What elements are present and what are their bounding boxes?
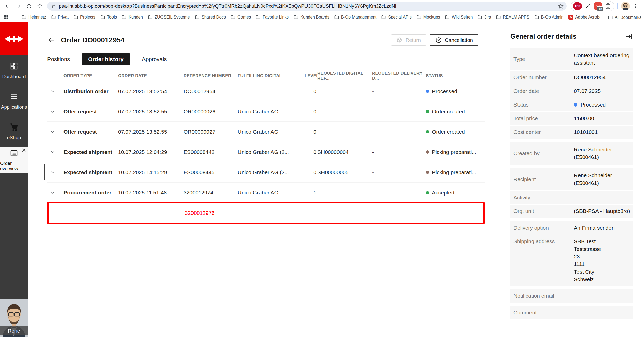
home-icon[interactable] [35, 1, 45, 11]
bookmark-acrobat[interactable]: AAdobe Acrobat [568, 15, 603, 20]
cell-order-date: 10.07.2025 14:15:29 [118, 169, 184, 175]
tab-approvals[interactable]: Approvals [142, 53, 167, 65]
bookmark-label: B-Op Management [341, 15, 376, 20]
apps-grid-icon[interactable] [4, 15, 9, 20]
bookmark-folder[interactable]: Tools [100, 15, 117, 20]
sidebar-item-dashboard[interactable]: Dashboard [0, 55, 28, 86]
profile-avatar[interactable] [621, 2, 630, 10]
collapse-panel-icon[interactable] [625, 33, 633, 40]
bookmark-folder[interactable]: ZUGSEIL Systeme [148, 15, 190, 20]
bookmark-folder[interactable]: Projects [73, 15, 95, 20]
chevron-down-icon[interactable] [47, 88, 63, 94]
sidebar-item-eshop[interactable]: eShop [0, 116, 28, 147]
status-dot [426, 110, 429, 113]
cell-order-date: 07.07.2025 13:52:55 [118, 129, 184, 135]
bookmark-label: Mockups [423, 15, 440, 20]
bookmark-label: Kunden Boards [300, 15, 329, 20]
table-row[interactable]: Distribution order 07.07.2025 13:52:54 D… [47, 81, 485, 101]
close-icon[interactable] [21, 148, 26, 153]
adblock-icon[interactable]: ABP [573, 2, 582, 10]
back-icon[interactable] [3, 1, 13, 11]
column-header: LEVEL [305, 73, 317, 78]
table-row[interactable]: Offer request 07.07.2025 13:52:55 OR0000… [47, 122, 485, 142]
cell-requested-delivery: - [372, 88, 426, 94]
bookmark-folder[interactable]: Mockups [416, 15, 440, 20]
cell-reference-number: OR00000026 [184, 109, 238, 115]
table-row[interactable]: Expected shipment 10.07.2025 12:04:29 ES… [47, 142, 485, 162]
detail-label: Order number [513, 74, 574, 81]
column-header: REQUESTED DIGITAL REF... [317, 71, 372, 81]
bookmark-folder[interactable]: Special APIs [381, 15, 412, 20]
table-row[interactable]: Offer request 07.07.2025 13:52:55 OR0000… [47, 101, 485, 122]
bookmark-folder[interactable]: Wiki Seiten [445, 15, 473, 20]
chevron-down-icon[interactable] [47, 109, 63, 114]
sidebar-item-applications[interactable]: Applications [0, 86, 28, 116]
status-dot [426, 150, 429, 154]
bookmark-label: Privat [58, 15, 69, 20]
folder-icon [381, 15, 386, 20]
detail-label: Notification email [513, 292, 574, 300]
cell-fulfilling-digital: Unico Graber AG [238, 190, 305, 196]
bookmark-folder[interactable]: Heimnetz [22, 15, 46, 20]
sbb-logo[interactable] [0, 22, 28, 55]
chevron-down-icon[interactable] [47, 149, 63, 155]
bookmark-star-icon[interactable] [558, 3, 564, 9]
cell-order-type: Distribution order [63, 88, 118, 94]
bookmark-folder[interactable]: Privat [51, 15, 69, 20]
extension-badge-icon[interactable]: ••• 15 [594, 2, 602, 10]
sidebar-item-order-overview[interactable]: Order overview [0, 147, 28, 173]
extensions-group: ABP ••• 15 [571, 1, 614, 11]
forward-icon[interactable] [13, 1, 23, 11]
tab-order-history[interactable]: Order history [82, 53, 130, 65]
refresh-icon[interactable] [24, 1, 34, 11]
tab-positions[interactable]: Positions [47, 53, 70, 65]
return-label: Return [406, 37, 421, 43]
bookmark-folder[interactable]: Kunden Boards [294, 15, 329, 20]
chevron-down-icon[interactable] [47, 190, 63, 196]
detail-value: An Firma senden [574, 224, 631, 232]
status-label: Order created [432, 109, 465, 115]
cell-requested-delivery: - [372, 129, 426, 135]
bookmark-folder[interactable]: REALM APPS [496, 15, 529, 20]
bookmark-folder[interactable]: Favorite Links [256, 15, 289, 20]
detail-row-org-unit: Org. unit (SBB-PSA - Hauptbüro) [510, 205, 633, 218]
bookmark-folder[interactable]: Shared Docs [195, 15, 226, 20]
detail-row-shipping-address: Shipping address SBB Test Teststrasse 23… [510, 235, 633, 286]
cell-reference-number: OR00000027 [184, 129, 238, 135]
user-name: Rene [0, 326, 28, 335]
site-info-icon[interactable] [51, 4, 56, 9]
status-label: Processed [432, 88, 457, 94]
bookmark-folder[interactable]: Jira [477, 15, 491, 20]
menu-kebab-icon[interactable] [630, 1, 640, 11]
detail-value: 10101001 [574, 128, 631, 136]
cancellation-button[interactable]: Cancellation [430, 34, 478, 46]
cell-requested-digital-ref: SH00000004 [317, 149, 372, 155]
extensions-puzzle-icon[interactable] [605, 3, 611, 9]
bookmark-label: Favorite Links [263, 15, 289, 20]
user-avatar[interactable]: Rene [0, 299, 28, 337]
table-row-selected[interactable]: Expected shipment 10.07.2025 14:15:29 ES… [47, 162, 485, 183]
bookmark-label: Games [237, 15, 251, 20]
address-bar[interactable]: psa-int.sbb.b-op.com/bop-desktop?Busines… [47, 2, 567, 11]
cell-requested-delivery: - [372, 190, 426, 196]
back-arrow-icon[interactable] [47, 36, 55, 44]
bookmark-folder[interactable]: B-Op Admin [534, 15, 564, 20]
all-bookmarks[interactable]: All Bookmarks [608, 15, 641, 20]
bookmark-folder[interactable]: B-Op Management [334, 15, 376, 20]
folder-icon [477, 15, 482, 20]
status-dot [426, 191, 429, 194]
table-row[interactable]: Procurement order 10.07.2025 11:51:48 32… [47, 183, 485, 203]
bookmark-folder[interactable]: Kunden [122, 15, 143, 20]
chevron-down-icon[interactable] [47, 129, 63, 135]
detail-label: Total price [513, 115, 574, 122]
eyedropper-icon[interactable] [585, 3, 591, 9]
page-title: Order DO00012954 [61, 36, 125, 44]
return-button[interactable]: Return [391, 34, 426, 46]
chevron-down-icon[interactable] [47, 170, 63, 175]
cell-level: 0 [305, 169, 317, 175]
bookmark-label: Wiki Seiten [452, 15, 473, 20]
folder-icon [51, 15, 56, 20]
bookmark-folder[interactable]: Games [231, 15, 251, 20]
url-text[interactable]: psa-int.sbb.b-op.com/bop-desktop?Busines… [59, 3, 555, 9]
bookmarks-divider [604, 14, 604, 20]
